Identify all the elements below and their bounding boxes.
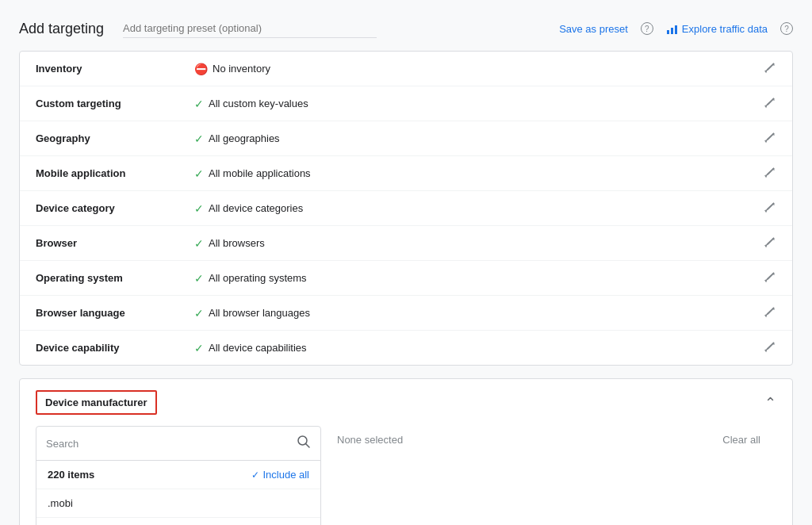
right-panel: None selected Clear all	[321, 426, 776, 525]
row-label: Device category	[36, 202, 194, 214]
row-value-text: All mobile applications	[209, 167, 311, 179]
edit-icon[interactable]	[764, 96, 776, 111]
row-label: Browser	[36, 237, 194, 249]
search-input[interactable]	[46, 438, 297, 450]
left-panel: 220 items ✓ Include all .mobiAccess	[36, 426, 321, 525]
explore-bar-icon	[666, 22, 679, 35]
section-content: 220 items ✓ Include all .mobiAccess None…	[20, 426, 792, 525]
check-icon: ✓	[194, 237, 204, 250]
svg-rect-1	[671, 28, 673, 34]
row-value: ✓ All device categories	[194, 202, 764, 215]
check-icon: ✓	[194, 342, 204, 354]
check-icon: ✓	[194, 132, 204, 145]
edit-icon[interactable]	[764, 236, 776, 251]
items-count: 220 items	[48, 469, 94, 481]
row-label: Mobile application	[36, 167, 194, 179]
check-icon: ✓	[194, 167, 204, 180]
check-icon: ✓	[194, 272, 204, 285]
page-title: Add targeting	[19, 21, 104, 37]
table-row: Geography ✓ All geographies	[20, 121, 792, 156]
row-value-text: All geographies	[209, 132, 280, 144]
check-icon: ✓	[194, 98, 204, 110]
list-items-header: 220 items ✓ Include all	[36, 461, 320, 489]
targeting-table: Inventory ⛔ No inventory Custom targetin…	[19, 51, 793, 366]
include-check-icon: ✓	[251, 469, 259, 481]
search-bar	[36, 427, 320, 461]
svg-line-13	[306, 444, 310, 448]
save-preset-help-icon[interactable]: ?	[641, 22, 653, 35]
table-row: Device category ✓ All device categories	[20, 191, 792, 226]
table-row: Inventory ⛔ No inventory	[20, 52, 792, 86]
explore-traffic-label: Explore traffic data	[682, 23, 768, 35]
row-value-text: No inventory	[213, 63, 270, 75]
collapse-icon[interactable]: ⌃	[764, 394, 776, 412]
header-actions: Save as preset ? Explore traffic data ?	[559, 22, 793, 35]
edit-icon[interactable]	[764, 131, 776, 146]
row-label: Operating system	[36, 272, 194, 284]
include-all-button[interactable]: ✓ Include all	[251, 469, 309, 481]
check-icon: ✓	[194, 307, 204, 320]
table-row: Browser ✓ All browsers	[20, 226, 792, 261]
row-value-text: All device capabilities	[209, 342, 307, 354]
edit-icon[interactable]	[764, 305, 776, 320]
edit-icon[interactable]	[764, 340, 776, 355]
explore-traffic-button[interactable]: Explore traffic data	[666, 22, 768, 35]
svg-rect-2	[675, 25, 677, 34]
row-label: Inventory	[36, 63, 194, 75]
table-row: Device capability ✓ All device capabilit…	[20, 331, 792, 365]
edit-icon[interactable]	[764, 166, 776, 181]
row-value-text: All device categories	[209, 202, 303, 214]
row-value: ✓ All mobile applications	[194, 167, 764, 180]
table-row: Browser language ✓ All browser languages	[20, 296, 792, 331]
check-icon: ✓	[194, 202, 204, 215]
row-value-text: All browsers	[209, 237, 265, 249]
row-value: ✓ All browser languages	[194, 307, 764, 320]
row-value: ✓ All geographies	[194, 132, 764, 145]
row-value: ⛔ No inventory	[194, 63, 764, 75]
row-value-text: All custom key-values	[209, 98, 308, 109]
include-all-label: Include all	[262, 469, 309, 481]
row-label: Custom targeting	[36, 98, 194, 109]
preset-input[interactable]	[123, 19, 377, 38]
save-preset-button[interactable]: Save as preset	[559, 23, 628, 35]
edit-icon[interactable]	[764, 270, 776, 285]
page-header: Add targeting Save as preset ? Explore t…	[19, 19, 793, 38]
row-label: Browser language	[36, 307, 194, 319]
device-manufacturer-section: Device manufacturer ⌃ 220 items ✓ Includ…	[19, 378, 793, 525]
device-manufacturer-title: Device manufacturer	[36, 390, 157, 415]
section-header: Device manufacturer ⌃	[20, 379, 792, 426]
explore-help-icon[interactable]: ?	[780, 22, 793, 35]
row-value: ✓ All device capabilities	[194, 342, 764, 354]
table-row: Mobile application ✓ All mobile applicat…	[20, 156, 792, 191]
svg-rect-0	[667, 30, 669, 34]
row-value: ✓ All operating systems	[194, 272, 764, 285]
search-icon	[297, 435, 311, 452]
row-value: ✓ All custom key-values	[194, 98, 764, 110]
row-label: Device capability	[36, 342, 194, 354]
clear-all-button[interactable]: Clear all	[722, 434, 760, 446]
edit-icon[interactable]	[764, 61, 776, 76]
table-row: Custom targeting ✓ All custom key-values	[20, 86, 792, 121]
no-icon: ⛔	[194, 63, 208, 75]
row-value-text: All browser languages	[209, 307, 310, 319]
table-row: Operating system ✓ All operating systems	[20, 261, 792, 296]
row-value-text: All operating systems	[209, 272, 307, 284]
manufacturer-list: .mobiAccess	[36, 489, 320, 525]
row-label: Geography	[36, 132, 194, 144]
list-item[interactable]: Access	[36, 518, 320, 525]
row-value: ✓ All browsers	[194, 237, 764, 250]
list-item[interactable]: .mobi	[36, 489, 320, 518]
none-selected-label: None selected	[337, 434, 403, 446]
edit-icon[interactable]	[764, 201, 776, 216]
